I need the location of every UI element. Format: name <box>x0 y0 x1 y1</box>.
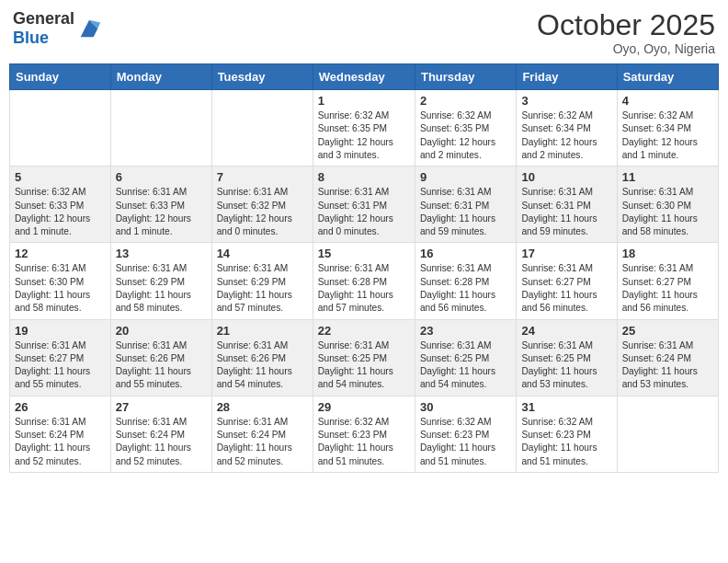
day-number: 24 <box>521 324 611 338</box>
day-info: Sunrise: 6:31 AM Sunset: 6:25 PM Dayligh… <box>318 339 410 392</box>
calendar-week-row: 26Sunrise: 6:31 AM Sunset: 6:24 PM Dayli… <box>10 396 719 472</box>
day-info: Sunrise: 6:31 AM Sunset: 6:24 PM Dayligh… <box>217 416 308 468</box>
day-info: Sunrise: 6:32 AM Sunset: 6:35 PM Dayligh… <box>318 109 410 162</box>
day-number: 16 <box>420 247 511 260</box>
calendar-day-cell: 20Sunrise: 6:31 AM Sunset: 6:26 PM Dayli… <box>110 319 211 396</box>
day-number: 1 <box>318 94 410 108</box>
day-info: Sunrise: 6:31 AM Sunset: 6:31 PM Dayligh… <box>521 186 611 238</box>
calendar-day-cell: 27Sunrise: 6:31 AM Sunset: 6:24 PM Dayli… <box>110 396 211 472</box>
calendar-day-cell: 19Sunrise: 6:31 AM Sunset: 6:27 PM Dayli… <box>10 319 111 396</box>
logo-icon <box>76 16 102 41</box>
calendar-day-cell: 9Sunrise: 6:31 AM Sunset: 6:31 PM Daylig… <box>415 167 516 243</box>
day-info: Sunrise: 6:32 AM Sunset: 6:23 PM Dayligh… <box>420 416 511 468</box>
day-number: 28 <box>217 400 308 414</box>
day-number: 29 <box>318 400 410 414</box>
day-info: Sunrise: 6:31 AM Sunset: 6:31 PM Dayligh… <box>318 186 410 238</box>
calendar-day-cell: 21Sunrise: 6:31 AM Sunset: 6:26 PM Dayli… <box>211 319 313 396</box>
day-number: 2 <box>420 94 511 108</box>
calendar-day-cell: 30Sunrise: 6:32 AM Sunset: 6:23 PM Dayli… <box>415 396 516 472</box>
day-info: Sunrise: 6:31 AM Sunset: 6:29 PM Dayligh… <box>116 262 207 315</box>
day-number: 10 <box>521 170 611 184</box>
day-number: 12 <box>15 247 106 260</box>
day-info: Sunrise: 6:31 AM Sunset: 6:26 PM Dayligh… <box>217 339 308 392</box>
calendar-day-cell: 14Sunrise: 6:31 AM Sunset: 6:29 PM Dayli… <box>211 243 313 319</box>
page-header: General Blue October 2025 Oyo, Oyo, Nige… <box>9 9 719 56</box>
day-info: Sunrise: 6:31 AM Sunset: 6:25 PM Dayligh… <box>521 339 611 392</box>
day-number: 26 <box>15 400 106 414</box>
day-info: Sunrise: 6:32 AM Sunset: 6:23 PM Dayligh… <box>318 416 410 468</box>
calendar-day-cell: 12Sunrise: 6:31 AM Sunset: 6:30 PM Dayli… <box>10 243 111 319</box>
day-info: Sunrise: 6:32 AM Sunset: 6:33 PM Dayligh… <box>15 186 106 238</box>
calendar-day-cell: 16Sunrise: 6:31 AM Sunset: 6:28 PM Dayli… <box>415 243 516 319</box>
day-info: Sunrise: 6:31 AM Sunset: 6:26 PM Dayligh… <box>116 339 207 392</box>
calendar-week-row: 12Sunrise: 6:31 AM Sunset: 6:30 PM Dayli… <box>10 243 719 319</box>
calendar-day-cell: 10Sunrise: 6:31 AM Sunset: 6:31 PM Dayli… <box>517 167 617 243</box>
day-of-week-header: Tuesday <box>211 64 313 90</box>
day-number: 19 <box>15 324 106 338</box>
calendar-day-cell <box>110 90 211 167</box>
day-number: 15 <box>318 247 410 260</box>
day-info: Sunrise: 6:31 AM Sunset: 6:32 PM Dayligh… <box>217 186 308 238</box>
day-info: Sunrise: 6:31 AM Sunset: 6:27 PM Dayligh… <box>15 339 106 392</box>
day-number: 21 <box>217 324 308 338</box>
calendar-day-cell: 4Sunrise: 6:32 AM Sunset: 6:34 PM Daylig… <box>617 90 718 167</box>
day-number: 17 <box>521 247 611 260</box>
day-info: Sunrise: 6:31 AM Sunset: 6:33 PM Dayligh… <box>116 186 207 238</box>
day-number: 9 <box>420 170 511 184</box>
calendar-day-cell <box>211 90 313 167</box>
day-number: 7 <box>217 170 308 184</box>
day-number: 3 <box>521 94 611 108</box>
day-info: Sunrise: 6:31 AM Sunset: 6:29 PM Dayligh… <box>217 262 308 315</box>
calendar-day-cell: 17Sunrise: 6:31 AM Sunset: 6:27 PM Dayli… <box>517 243 617 319</box>
day-info: Sunrise: 6:31 AM Sunset: 6:27 PM Dayligh… <box>521 262 611 315</box>
calendar-day-cell: 11Sunrise: 6:31 AM Sunset: 6:30 PM Dayli… <box>617 167 718 243</box>
calendar-day-cell: 23Sunrise: 6:31 AM Sunset: 6:25 PM Dayli… <box>415 319 516 396</box>
calendar-day-cell: 3Sunrise: 6:32 AM Sunset: 6:34 PM Daylig… <box>517 90 617 167</box>
month-title: October 2025 <box>537 9 715 41</box>
day-number: 25 <box>622 324 713 338</box>
calendar-day-cell: 22Sunrise: 6:31 AM Sunset: 6:25 PM Dayli… <box>313 319 415 396</box>
day-of-week-header: Wednesday <box>313 64 415 90</box>
day-number: 23 <box>420 324 511 338</box>
day-info: Sunrise: 6:31 AM Sunset: 6:28 PM Dayligh… <box>420 262 511 315</box>
calendar-day-cell: 1Sunrise: 6:32 AM Sunset: 6:35 PM Daylig… <box>313 90 415 167</box>
title-area: October 2025 Oyo, Oyo, Nigeria <box>537 9 715 56</box>
day-of-week-header: Monday <box>110 64 211 90</box>
calendar-day-cell <box>617 396 718 472</box>
calendar-day-cell: 7Sunrise: 6:31 AM Sunset: 6:32 PM Daylig… <box>211 167 313 243</box>
day-number: 22 <box>318 324 410 338</box>
calendar-day-cell: 2Sunrise: 6:32 AM Sunset: 6:35 PM Daylig… <box>415 90 516 167</box>
day-number: 14 <box>217 247 308 260</box>
day-info: Sunrise: 6:32 AM Sunset: 6:34 PM Dayligh… <box>521 109 611 162</box>
day-number: 31 <box>521 400 611 414</box>
day-number: 6 <box>116 170 207 184</box>
day-info: Sunrise: 6:31 AM Sunset: 6:30 PM Dayligh… <box>15 262 106 315</box>
calendar-day-cell: 26Sunrise: 6:31 AM Sunset: 6:24 PM Dayli… <box>10 396 111 472</box>
logo-general: General <box>13 9 74 28</box>
calendar-header-row: SundayMondayTuesdayWednesdayThursdayFrid… <box>10 64 719 90</box>
calendar-day-cell: 25Sunrise: 6:31 AM Sunset: 6:24 PM Dayli… <box>617 319 718 396</box>
day-of-week-header: Thursday <box>415 64 516 90</box>
calendar-day-cell: 15Sunrise: 6:31 AM Sunset: 6:28 PM Dayli… <box>313 243 415 319</box>
day-of-week-header: Friday <box>517 64 617 90</box>
day-info: Sunrise: 6:31 AM Sunset: 6:25 PM Dayligh… <box>420 339 511 392</box>
calendar-day-cell: 8Sunrise: 6:31 AM Sunset: 6:31 PM Daylig… <box>313 167 415 243</box>
day-number: 27 <box>116 400 207 414</box>
day-number: 18 <box>622 247 713 260</box>
calendar-day-cell: 18Sunrise: 6:31 AM Sunset: 6:27 PM Dayli… <box>617 243 718 319</box>
day-number: 8 <box>318 170 410 184</box>
day-number: 4 <box>622 94 713 108</box>
calendar-day-cell: 24Sunrise: 6:31 AM Sunset: 6:25 PM Dayli… <box>517 319 617 396</box>
day-of-week-header: Saturday <box>617 64 718 90</box>
day-of-week-header: Sunday <box>10 64 111 90</box>
day-info: Sunrise: 6:31 AM Sunset: 6:30 PM Dayligh… <box>622 186 713 238</box>
day-number: 5 <box>15 170 106 184</box>
day-info: Sunrise: 6:32 AM Sunset: 6:35 PM Dayligh… <box>420 109 511 162</box>
logo-text: General Blue <box>13 9 74 48</box>
calendar-day-cell: 13Sunrise: 6:31 AM Sunset: 6:29 PM Dayli… <box>110 243 211 319</box>
day-info: Sunrise: 6:31 AM Sunset: 6:24 PM Dayligh… <box>622 339 713 392</box>
day-number: 13 <box>116 247 207 260</box>
day-number: 11 <box>622 170 713 184</box>
day-info: Sunrise: 6:31 AM Sunset: 6:24 PM Dayligh… <box>15 416 106 468</box>
calendar-table: SundayMondayTuesdayWednesdayThursdayFrid… <box>9 63 719 473</box>
